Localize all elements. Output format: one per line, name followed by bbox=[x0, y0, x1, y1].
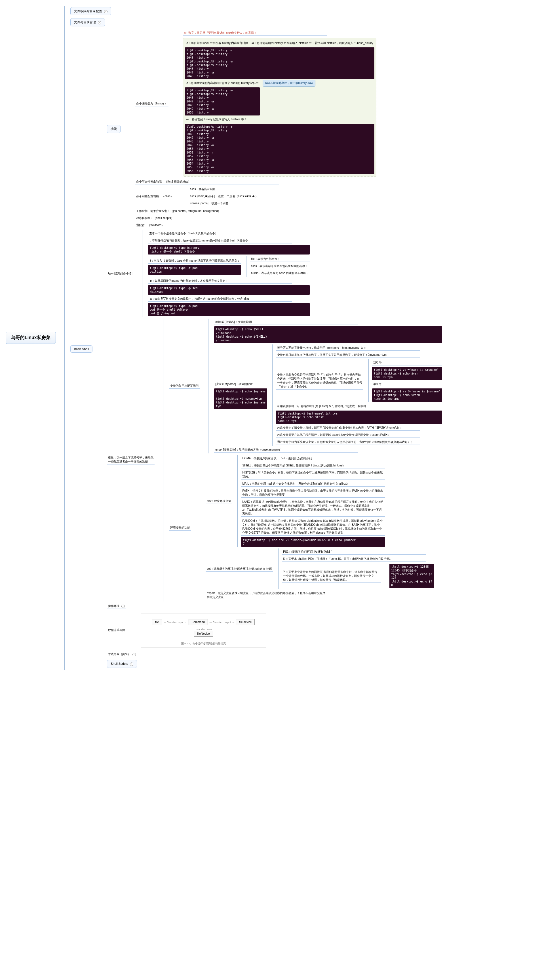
env-shell: SHELL：告知目前这个环境使用的 SHELL 是哪支程序？Linux 默认使用… bbox=[241, 463, 385, 468]
node-envfunc[interactable]: 环境变量的功能 bbox=[169, 525, 191, 531]
expand-icon[interactable] bbox=[130, 662, 133, 666]
var-children: 变量的取用与配置示例 echo $ [变量名]：变量的取用 tl@tl-desk… bbox=[163, 318, 442, 601]
node-shell-scripts[interactable]: Shell Scripts bbox=[107, 660, 137, 668]
terminal-history-w: tl@tl-desktop:/$ history -r tl@tl-deskto… bbox=[185, 124, 374, 174]
env-path: PATH：运行文件搜寻的路径，目录与目录中间以冒号(:)分隔，由于文件的搜寻是依… bbox=[241, 488, 385, 498]
node-func[interactable]: 功能 bbox=[107, 125, 121, 133]
flow-caption: 图 5.1.1、命令运行过程的数据传输情况 bbox=[144, 642, 263, 646]
bash-children: 功能 命令编修能力（history） n：数字，意思是『要列出最近的 n 笔命令… bbox=[101, 29, 442, 669]
node-history[interactable]: 命令编修能力（history） bbox=[135, 101, 168, 107]
terminal-sq: tl@tl-desktop:~$ var0='name is $myname' … bbox=[372, 388, 442, 402]
assign-rule5: 若该变量为扩增变量内容时，则可用 "$变量名称" 或 ${变量} 累加内容（PA… bbox=[276, 425, 420, 431]
export-label: export：自定义变量转成环境变量，子程序仅会继承父程序的环境变量，子程序不会… bbox=[206, 591, 327, 600]
expand-icon[interactable] bbox=[98, 21, 101, 24]
terminal-type-t: tl@tl-desktop:/$ type -t pwd builtin bbox=[148, 265, 241, 275]
alias-set: alias [name]='[命令]'：设置一个别名（alias la='ls … bbox=[189, 194, 259, 199]
set-dollar: $：(关于本 shell 的 PID)，可以用：『echo $$』即可！出现的数… bbox=[282, 557, 426, 562]
label: 文件权限与目录配置 bbox=[74, 10, 102, 13]
node-type[interactable]: type [选项] [命令名] bbox=[107, 271, 134, 276]
env-histsize: HISTSIZE：与『历史命令』有关，曾经下达过的命令可以被系统记录下来，而记录… bbox=[241, 470, 385, 479]
terminal-type-noopt: tl@tl-desktop:/$ type history history 是一… bbox=[148, 245, 310, 255]
arrow-stdin: — Standard input → bbox=[164, 621, 187, 624]
label: Shell Scripts bbox=[111, 662, 128, 665]
node-wildcard: 通配符：（Wildcard） bbox=[135, 223, 279, 228]
node-file-mgmt[interactable]: 文件与目录管理 bbox=[70, 18, 105, 26]
arrow-stderr: ↓ standard error bbox=[194, 628, 213, 631]
assign-rule7: 通常大写字符为系统默认变量，自行配置变量可以使用小写字符，方便判断（纯粹依照使用… bbox=[276, 439, 420, 445]
node-job: 工作控制、前景背景控制：（job control, foreground, ba… bbox=[135, 208, 279, 214]
node-file-perm[interactable]: 文件权限与目录配置 bbox=[70, 7, 111, 15]
expand-icon[interactable] bbox=[132, 653, 136, 656]
env-home: HOME：代表用户的家目录。（cd ~ 去到自己的家目录） bbox=[241, 456, 385, 461]
terminal-qmark: tl@tl-desktop:~$ 12345 12345：找不到命令 tl@tl… bbox=[389, 564, 434, 588]
node-script: 程序化脚本：（shell scripts） bbox=[135, 216, 279, 221]
label: 文件与目录管理 bbox=[74, 21, 96, 24]
node-var[interactable]: 变量：以一组文字或符号等，来取代一些配置或者是一串保留的数据 bbox=[107, 455, 154, 465]
env-children: HOME：代表用户的家目录。（cd ~ 去到自己的家目录） SHELL：告知目前… bbox=[237, 455, 385, 547]
flow-diagram: file — Standard input → Command — Standa… bbox=[141, 613, 266, 648]
history-raw-callout: raw不能同时出现，即不能history -raw bbox=[263, 80, 315, 86]
type-t: -t：当加入 -t 参数时，type 会将 name 以底下这些字眼显示出他的意… bbox=[148, 258, 241, 264]
func-children: 命令编修能力（history） n：数字，意思是『要列出最近的 n 笔命令行表』… bbox=[129, 29, 377, 229]
flow-filedev2: file/device bbox=[194, 631, 213, 637]
root-node[interactable]: 鸟哥的Linux私房菜 bbox=[6, 332, 56, 344]
label: 管线命令（pipe） bbox=[108, 652, 130, 656]
env-mail: MAIL：当我们使用 mail 这个命令在收信时，系统会去读取的邮件信箱文件 (… bbox=[241, 481, 385, 487]
node-pipe[interactable]: 管线命令（pipe） bbox=[107, 652, 137, 657]
flow-cmd: Command bbox=[189, 619, 208, 625]
terminal-assign: tl@tl-desktop:~$ echo $myname tl@tl-desk… bbox=[214, 388, 267, 409]
terminal-history-r: tl@tl-desktop:/$ history -w tl@tl-deskto… bbox=[185, 88, 260, 116]
node-redirect[interactable]: 数据流重导向 bbox=[107, 628, 126, 633]
echo-label: echo $ [变量名]：变量的取用 bbox=[214, 320, 358, 325]
assign-rule3: 变量内容若有空格符可使用双引号『"』或单引号『'』将变量内容结合起来，但双引号内… bbox=[276, 372, 363, 390]
sq-label: 单引号 bbox=[372, 382, 442, 387]
node-alias[interactable]: 命令别名配置功能：（alias） bbox=[135, 194, 175, 199]
arrow-stdout: — Standard output → bbox=[210, 621, 234, 624]
node-bash-shell[interactable]: Bash Shell bbox=[70, 345, 93, 353]
assign-rule4: 可用跳脱字符『\』将特殊符号(如 [Enter], $, \, 空格符, '等)… bbox=[276, 404, 420, 409]
quote-children: 双引号 tl@tl-desktop:~$ var="name is $mynam… bbox=[369, 359, 442, 402]
type-head: 查看一个命令是否是内建命令（bash工具集中的命令） bbox=[148, 231, 292, 236]
assign-rules: 等号两边不能直接接空格符，错误例子（myname = tym; myname=t… bbox=[272, 344, 442, 446]
set-label[interactable]: set：观察所有的环境变量(含环境变量与自定义变量) bbox=[206, 566, 273, 572]
set-children: PS1：(提示字符的配置) '[\u@\h \W]\$ ' $：(关于本 she… bbox=[278, 549, 434, 589]
history-c: -c：将目前的 shell 中的所有 history 内容全部消除 bbox=[185, 41, 249, 46]
set-qmark: ?：(关于上个运行命令的回传值)当我们运行某些命令时，这些命令都会回传一个运行后… bbox=[282, 570, 381, 583]
terminal-rule4: tl@tl-desktop:~$ test=name\ is\ tym tl@t… bbox=[276, 410, 442, 424]
history-children: n：数字，意思是『要列出最近的 n 笔命令行表』的意思！ -c：将目前的 she… bbox=[177, 30, 377, 178]
node-openv[interactable]: 操作环境 bbox=[107, 603, 126, 609]
history-n: n：数字，意思是『要列出最近的 n 笔命令行表』的意思！ bbox=[183, 30, 327, 36]
dq-label: 双引号 bbox=[372, 360, 442, 366]
env-label[interactable]: env：观察环境变量 bbox=[206, 498, 232, 504]
terminal-type-p: tl@tl-desktop:/$ type -p sed /bin/sed bbox=[148, 285, 310, 295]
alias-view: alias：查看所有别名 bbox=[189, 187, 259, 192]
type-a: -a：会由 PATH 变量定义的路径中，将所有含 name 的命令都列出来，包含… bbox=[148, 296, 292, 302]
unset-label: unset [变量名称]：取消变量的方法（unset myname） bbox=[214, 447, 358, 453]
assign-rule2: 变量名称只能是英文字母与数字，但是开头字符不能是数字，错误例子：2myname=… bbox=[276, 352, 420, 358]
terminal-random: tl@tl-desktop:~$ declare -i number=$RAND… bbox=[241, 537, 385, 547]
node-var-example[interactable]: 变量的取用与配置示例 bbox=[169, 383, 200, 389]
history-a: -a：将目前新增的 history 命令新增入 histfiles 中，若没有加… bbox=[250, 41, 374, 46]
expand-icon[interactable] bbox=[104, 10, 108, 13]
terminal-type-a: tl@tl-desktop:/$ type -a pwd pwd 是一个 she… bbox=[148, 303, 310, 317]
node-tab: 命令与文件补全功能：（[tab] 按键的好处） bbox=[135, 179, 279, 185]
flow-file: file bbox=[152, 619, 162, 625]
type-t-file: file：表示为外部命令； bbox=[250, 256, 310, 262]
var-example-children: echo $ [变量名]：变量的取用 tl@tl-desktop:~$ echo… bbox=[208, 319, 442, 453]
type-p: -p：如果后面接的 name 为外部命令时，才会显示完整文件名； bbox=[148, 278, 292, 284]
expand-icon[interactable] bbox=[121, 605, 125, 608]
redirect-children: file — Standard input → Command — Standa… bbox=[135, 611, 266, 650]
flow-filedev1: file/device bbox=[236, 619, 255, 625]
terminal-dq: tl@tl-desktop:~$ var="name is $myname" t… bbox=[372, 367, 442, 380]
history-w: -w：将目前的 history 记忆内容写入 histfiles 中！ bbox=[185, 117, 248, 122]
assign-rule1: 等号两边不能直接接空格符，错误例子（myname = tym; myname=t… bbox=[276, 345, 420, 351]
terminal-history-a: tl@tl-desktop:/$ history -c tl@tl-deskto… bbox=[185, 48, 374, 79]
alias-unset: unalias [name]：取消一个别名 bbox=[189, 201, 259, 206]
envfunc-children: env：观察环境变量 HOME：代表用户的家目录。（cd ~ 去到自己的家目录）… bbox=[200, 455, 434, 601]
env-random: RANDOM：『随机随机数』的变量，目前大多数的 distributions 都… bbox=[241, 519, 385, 536]
type-children: 查看一个命令是否是内建命令（bash工具集中的命令） ：不加任何选项与参数时，t… bbox=[142, 230, 310, 317]
mindmap-root-container: 鸟哥的Linux私房菜 文件权限与目录配置 文件与目录管理 Bash Shell… bbox=[6, 6, 542, 670]
label: 操作环境 bbox=[108, 605, 119, 608]
type-t-children: file：表示为外部命令； alias：表示该命令为命令别名所配置的名称； bu… bbox=[246, 256, 310, 277]
terminal-echo: tl@tl-desktop:~$ echo $SHELL /bin/bash t… bbox=[214, 326, 442, 343]
